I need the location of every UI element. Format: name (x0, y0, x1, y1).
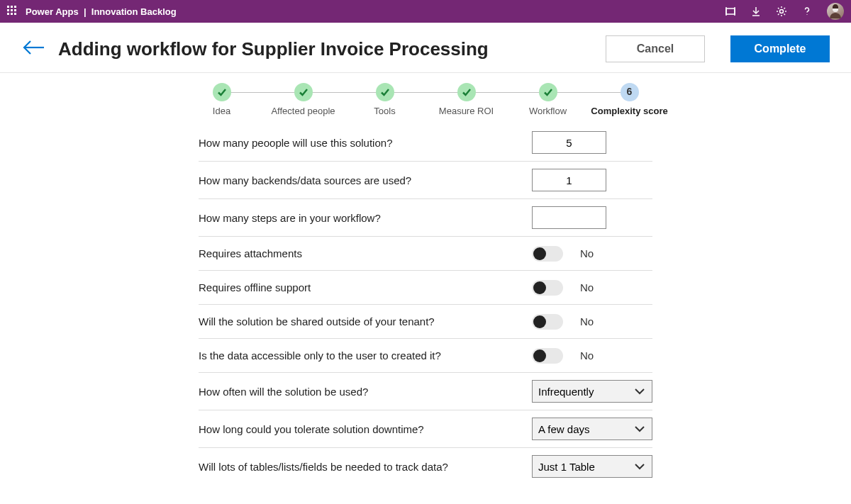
complexity-form: How many peoople will use this solution?… (199, 124, 652, 485)
row-usage-frequency: How often will the solution be used? Inf… (199, 373, 652, 410)
step-label: Affected people (271, 106, 335, 117)
downtime-select[interactable]: A few days (532, 418, 652, 440)
page-header: Adding workflow for Supplier Invoice Pro… (0, 23, 851, 73)
svg-rect-0 (726, 9, 735, 14)
check-icon (213, 83, 231, 101)
svg-point-6 (806, 14, 807, 15)
attachments-toggle[interactable] (532, 246, 563, 262)
chevron-down-icon (633, 424, 646, 434)
product-name: Power Apps | Innovation Backlog (26, 6, 177, 17)
select-value: Just 1 Table (538, 461, 595, 473)
app-launcher-icon[interactable] (7, 6, 18, 17)
question-label: Requires attachments (199, 247, 525, 259)
people-count-input[interactable] (532, 131, 606, 154)
cancel-button[interactable]: Cancel (606, 35, 705, 62)
frequency-select[interactable]: Infrequently (532, 380, 652, 403)
check-icon (294, 83, 313, 101)
step-workflow[interactable]: Workflow (507, 83, 589, 117)
step-label: Complexity score (591, 106, 667, 117)
tables-select[interactable]: Just 1 Table (532, 455, 652, 478)
row-backends: How many backends/data sources are used? (199, 162, 652, 199)
step-complexity-score[interactable]: 6 Complexity score (589, 83, 670, 117)
check-icon (539, 83, 557, 101)
question-label: How many peoople will use this solution? (199, 137, 525, 149)
page-title: Adding workflow for Supplier Invoice Pro… (58, 38, 593, 60)
question-label: Is the data accessible only to the user … (199, 349, 525, 362)
check-icon (457, 83, 476, 101)
select-value: Infrequently (538, 386, 594, 398)
chevron-down-icon (633, 461, 646, 471)
step-idea[interactable]: Idea (181, 83, 262, 117)
select-value: A few days (538, 423, 590, 435)
app-bar: Power Apps | Innovation Backlog (0, 0, 851, 23)
settings-icon[interactable] (776, 6, 787, 17)
step-label: Measure ROI (439, 106, 494, 117)
back-arrow-icon[interactable] (21, 38, 45, 60)
step-label: Tools (374, 106, 395, 117)
row-people: How many peoople will use this solution? (199, 124, 652, 162)
steps-count-input[interactable] (532, 206, 606, 229)
step-affected-people[interactable]: Affected people (262, 83, 344, 117)
complete-button[interactable]: Complete (730, 35, 830, 62)
question-label: How often will the solution be used? (199, 386, 525, 398)
step-label: Workflow (529, 106, 567, 117)
offline-toggle[interactable] (532, 280, 563, 296)
row-tables-needed: Will lots of tables/lists/fields be need… (199, 448, 652, 485)
row-shared-outside-tenant: Will the solution be shared outside of y… (199, 305, 652, 339)
step-number-icon: 6 (621, 83, 639, 101)
toggle-value-label: No (580, 281, 594, 293)
question-label: How many backends/data sources are used? (199, 174, 525, 186)
step-measure-roi[interactable]: Measure ROI (425, 83, 507, 117)
download-icon[interactable] (750, 6, 762, 17)
row-data-accessible-user: Is the data accessible only to the user … (199, 339, 652, 373)
row-attachments: Requires attachments No (199, 237, 652, 271)
check-icon (376, 83, 394, 101)
data-access-toggle[interactable] (532, 348, 563, 364)
question-label: Will the solution be shared outside of y… (199, 315, 525, 327)
toggle-value-label: No (580, 315, 594, 327)
chevron-down-icon (633, 386, 646, 396)
backends-count-input[interactable] (532, 169, 606, 191)
question-label: How many steps are in your workflow? (199, 212, 525, 224)
question-label: How long could you tolerate solution dow… (199, 423, 525, 435)
stepper: Idea Affected people Tools Measure ROI W… (0, 83, 851, 117)
row-offline: Requires offline support No (199, 271, 652, 305)
row-workflow-steps: How many steps are in your workflow? (199, 199, 652, 237)
question-label: Will lots of tables/lists/fields be need… (199, 461, 525, 473)
toggle-value-label: No (580, 349, 594, 362)
step-label: Idea (213, 106, 230, 117)
svg-point-5 (780, 10, 784, 13)
help-icon[interactable] (801, 6, 813, 17)
user-avatar[interactable] (827, 3, 844, 20)
row-downtime-tolerance: How long could you tolerate solution dow… (199, 410, 652, 448)
question-label: Requires offline support (199, 281, 525, 293)
toggle-value-label: No (580, 247, 594, 259)
shared-tenant-toggle[interactable] (532, 314, 563, 330)
resize-icon[interactable] (725, 6, 736, 17)
step-tools[interactable]: Tools (344, 83, 425, 117)
